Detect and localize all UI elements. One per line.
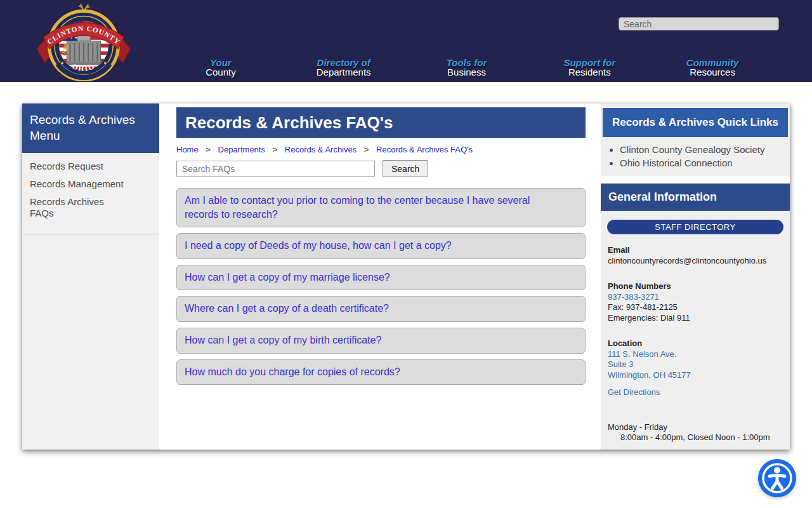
nav-item-business[interactable]: Tools for Business	[405, 58, 528, 78]
faq-search-input[interactable]	[176, 161, 375, 177]
nav-item-residents[interactable]: Support for Residents	[528, 58, 651, 78]
breadcrumb-separator: >	[364, 145, 369, 154]
accessibility-button[interactable]	[758, 459, 796, 497]
email-label: Email	[608, 245, 783, 256]
faq-question-link[interactable]: How much do you charge for copies of rec…	[176, 359, 586, 385]
nav-item-label: County	[159, 67, 282, 77]
nav-item-community[interactable]: Community Resources	[651, 58, 774, 78]
main-content: Records & Archives FAQ's Home > Departme…	[159, 104, 601, 450]
county-seal-icon: 1810 1810 OHIO CLINTON COUNTY	[32, 2, 136, 81]
faq-question-text: I need a copy of Deeds of my house, how …	[185, 239, 559, 253]
sidebar-item-records-archives-faqs[interactable]: Records Archives FAQs	[30, 196, 125, 220]
breadcrumb-link-current[interactable]: Records & Archives FAQ's	[376, 145, 473, 154]
location-label: Location	[608, 338, 783, 349]
faq-question-link[interactable]: Am I able to contact you prior to coming…	[176, 188, 586, 227]
primary-nav: Your County Directory of Departments Too…	[159, 58, 774, 78]
nav-item-accent: Community	[651, 58, 774, 68]
nav-item-accent: Support for	[528, 58, 651, 68]
faq-question-text: Where can I get a copy of a death certif…	[185, 302, 559, 316]
hours-days: Monday - Friday	[608, 422, 783, 433]
email-value: clintoncountyrecords@clintoncountyohio.u…	[608, 256, 783, 267]
sidebar-item-records-management[interactable]: Records Management	[30, 178, 125, 190]
phone-link[interactable]: 937-383-3271	[608, 292, 783, 303]
list-item: Ohio Historical Connection	[620, 157, 790, 169]
county-seal-logo[interactable]: 1810 1810 OHIO CLINTON COUNTY	[32, 2, 136, 81]
phone-label: Phone Numbers	[608, 281, 783, 292]
quick-link-genealogy-society[interactable]: Clinton County Genealogy Society	[620, 144, 764, 155]
right-sidebar: Records & Archives Quick Links Clinton C…	[601, 104, 790, 450]
address-line[interactable]: Wilmington, OH 45177	[608, 370, 783, 381]
breadcrumb-link-departments[interactable]: Departments	[218, 145, 265, 154]
breadcrumb: Home > Departments > Records & Archives …	[176, 145, 586, 154]
list-item: Clinton County Genealogy Society	[620, 144, 790, 156]
general-info-title: General Information	[601, 184, 790, 211]
nav-item-your-county[interactable]: Your County	[159, 58, 282, 78]
faq-question-text: How can I get a copy of my birth certifi…	[185, 333, 559, 347]
sidebar-menu: Records Request Records Management Recor…	[22, 153, 159, 235]
faq-question-link[interactable]: Where can I get a copy of a death certif…	[176, 296, 586, 322]
faq-question-link[interactable]: How can I get a copy of my marriage lice…	[176, 265, 586, 291]
get-directions-link[interactable]: Get Directions	[608, 387, 660, 397]
quick-links-title: Records & Archives Quick Links	[603, 108, 788, 137]
quick-link-ohio-historical[interactable]: Ohio Historical Connection	[620, 157, 733, 168]
faq-question-link[interactable]: How can I get a copy of my birth certifi…	[176, 328, 586, 354]
address-line[interactable]: 111 S. Nelson Ave.	[608, 349, 783, 360]
faq-question-text: How much do you charge for copies of rec…	[185, 365, 559, 379]
address-line[interactable]: Suite 3	[608, 359, 783, 370]
emergencies-value: Emergencies: Dial 911	[608, 313, 783, 324]
general-info-body: Email clintoncountyrecords@clintoncounty…	[601, 245, 790, 443]
site-header: 1810 1810 OHIO CLINTON COUNTY Your Count…	[0, 0, 812, 82]
faq-question-text: How can I get a copy of my marriage lice…	[185, 271, 559, 284]
sidebar-item-records-request[interactable]: Records Request	[30, 161, 125, 173]
faq-question-text: Am I able to contact you prior to coming…	[185, 194, 559, 221]
breadcrumb-separator: >	[273, 145, 278, 154]
nav-item-label: Departments	[282, 67, 405, 77]
accessibility-icon	[758, 459, 796, 497]
nav-item-label: Business	[405, 67, 528, 77]
quick-links-list: Clinton County Genealogy Society Ohio Hi…	[601, 144, 790, 169]
nav-item-accent: Your	[159, 58, 282, 68]
left-sidebar: Records & Archives Menu Records Request …	[22, 104, 159, 450]
general-info-panel: General Information STAFF DIRECTORY Emai…	[601, 184, 790, 450]
nav-item-accent: Tools for	[405, 58, 528, 68]
content-wrapper: Records & Archives Menu Records Request …	[22, 104, 790, 450]
breadcrumb-link-home[interactable]: Home	[176, 145, 199, 154]
hours-time: 8:00am - 4:00pm, Closed Noon - 1:00pm	[608, 432, 783, 443]
nav-item-label: Residents	[528, 67, 651, 77]
breadcrumb-separator: >	[206, 145, 211, 154]
nav-item-label: Resources	[651, 67, 774, 77]
hours-block: Monday - Friday 8:00am - 4:00pm, Closed …	[608, 422, 783, 443]
staff-directory-button[interactable]: STAFF DIRECTORY	[607, 220, 783, 234]
nav-item-departments[interactable]: Directory of Departments	[282, 58, 405, 78]
breadcrumb-link-records-archives[interactable]: Records & Archives	[285, 145, 357, 154]
faq-question-link[interactable]: I need a copy of Deeds of my house, how …	[176, 233, 586, 259]
site-search-input[interactable]	[619, 17, 779, 30]
fax-value: Fax: 937-481-2125	[608, 302, 783, 313]
nav-item-accent: Directory of	[282, 58, 405, 68]
sidebar-menu-title: Records & Archives Menu	[22, 104, 159, 153]
quick-links-panel: Records & Archives Quick Links Clinton C…	[601, 104, 790, 176]
page-title: Records & Archives FAQ's	[176, 107, 586, 138]
faq-list: Am I able to contact you prior to coming…	[176, 188, 586, 385]
faq-search-button[interactable]: Search	[383, 160, 428, 177]
faq-search: Search	[176, 160, 586, 177]
